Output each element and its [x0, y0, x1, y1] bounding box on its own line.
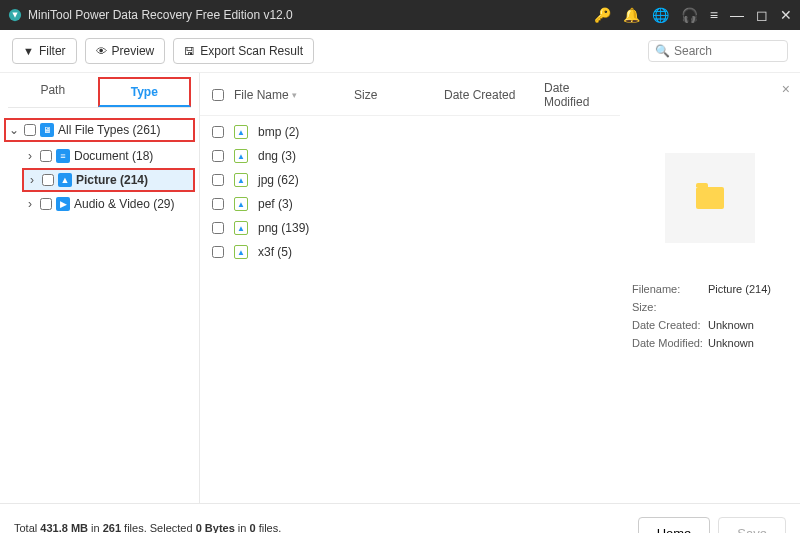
file-name: bmp (2) — [258, 125, 299, 139]
tree: ⌄ 🖥 All File Types (261) › ≡ Document (1… — [0, 108, 199, 503]
globe-icon[interactable]: 🌐 — [652, 8, 669, 22]
menu-icon[interactable]: ≡ — [710, 8, 718, 22]
close-details-icon[interactable]: × — [782, 81, 790, 97]
maximize-icon[interactable]: ◻ — [756, 8, 768, 22]
list-item[interactable]: ▲png (139) — [212, 216, 608, 240]
detail-filename-value: Picture (214) — [708, 283, 771, 295]
monitor-icon: 🖥 — [40, 123, 54, 137]
sort-icon: ▾ — [292, 90, 297, 100]
row-checkbox[interactable] — [212, 126, 224, 138]
minimize-icon[interactable]: — — [730, 8, 744, 22]
tree-item-label: Picture (214) — [76, 173, 148, 187]
col-datecreated[interactable]: Date Created — [444, 88, 544, 102]
tree-item-document[interactable]: › ≡ Document (18) — [22, 146, 195, 166]
col-size[interactable]: Size — [354, 88, 444, 102]
col-datemodified[interactable]: Date Modified — [544, 81, 608, 109]
save-button[interactable]: Save — [718, 517, 786, 533]
folder-icon: ▲ — [234, 245, 248, 259]
detail-datem-label: Date Modified: — [632, 337, 708, 349]
tab-path[interactable]: Path — [8, 77, 98, 107]
bell-icon[interactable]: 🔔 — [623, 8, 640, 22]
chevron-right-icon[interactable]: › — [26, 173, 38, 187]
document-icon: ≡ — [56, 149, 70, 163]
select-all-checkbox[interactable] — [212, 89, 224, 101]
col-filename[interactable]: File Name▾ — [234, 88, 354, 102]
chevron-right-icon[interactable]: › — [24, 149, 36, 163]
tree-checkbox[interactable] — [40, 150, 52, 162]
folder-icon: ▲ — [234, 125, 248, 139]
footer: Total 431.8 MB in 261 files. Selected 0 … — [0, 503, 800, 533]
list-item[interactable]: ▲bmp (2) — [212, 120, 608, 144]
key-icon[interactable]: 🔑 — [594, 8, 611, 22]
filter-button[interactable]: ▼Filter — [12, 38, 77, 64]
home-button[interactable]: Home — [638, 517, 711, 533]
footer-info: Total 431.8 MB in 261 files. Selected 0 … — [14, 522, 310, 534]
export-icon: 🖫 — [184, 45, 195, 57]
detail-datem-value: Unknown — [708, 337, 754, 349]
list-item[interactable]: ▲x3f (5) — [212, 240, 608, 264]
chevron-down-icon[interactable]: ⌄ — [8, 123, 20, 137]
list-item[interactable]: ▲dng (3) — [212, 144, 608, 168]
eye-icon: 👁 — [96, 45, 107, 57]
folder-icon: ▲ — [234, 149, 248, 163]
detail-datec-value: Unknown — [708, 319, 754, 331]
file-header: File Name▾ Size Date Created Date Modifi… — [200, 73, 620, 116]
file-name: x3f (5) — [258, 245, 292, 259]
window-title: MiniTool Power Data Recovery Free Editio… — [28, 8, 594, 22]
row-checkbox[interactable] — [212, 246, 224, 258]
tree-item-label: Document (18) — [74, 149, 153, 163]
picture-icon: ▲ — [58, 173, 72, 187]
list-item[interactable]: ▲pef (3) — [212, 192, 608, 216]
titlebar: MiniTool Power Data Recovery Free Editio… — [0, 0, 800, 30]
row-checkbox[interactable] — [212, 198, 224, 210]
preview-button[interactable]: 👁Preview — [85, 38, 166, 64]
headset-icon[interactable]: 🎧 — [681, 8, 698, 22]
tree-item-label: Audio & Video (29) — [74, 197, 175, 211]
app-logo — [8, 8, 22, 22]
search-input[interactable] — [674, 44, 781, 58]
search-icon: 🔍 — [655, 44, 670, 58]
tree-root-label: All File Types (261) — [58, 123, 161, 137]
tree-root[interactable]: ⌄ 🖥 All File Types (261) — [6, 120, 193, 140]
sidebar: Path Type ⌄ 🖥 All File Types (261) › ≡ D… — [0, 73, 200, 503]
file-name: dng (3) — [258, 149, 296, 163]
file-pane: File Name▾ Size Date Created Date Modifi… — [200, 73, 620, 503]
window-controls: 🔑 🔔 🌐 🎧 ≡ — ◻ ✕ — [594, 8, 792, 22]
filter-icon: ▼ — [23, 45, 34, 57]
tree-item-picture[interactable]: › ▲ Picture (214) — [24, 170, 193, 190]
row-checkbox[interactable] — [212, 150, 224, 162]
details-pane: × Filename:Picture (214) Size: Date Crea… — [620, 73, 800, 503]
preview-label: Preview — [112, 44, 155, 58]
toolbar: ▼Filter 👁Preview 🖫Export Scan Result 🔍 — [0, 30, 800, 73]
filter-label: Filter — [39, 44, 66, 58]
export-label: Export Scan Result — [200, 44, 303, 58]
row-checkbox[interactable] — [212, 174, 224, 186]
detail-size-label: Size: — [632, 301, 708, 313]
folder-icon: ▲ — [234, 197, 248, 211]
video-icon: ▶ — [56, 197, 70, 211]
export-button[interactable]: 🖫Export Scan Result — [173, 38, 314, 64]
folder-icon: ▲ — [234, 173, 248, 187]
tab-type[interactable]: Type — [98, 77, 192, 107]
detail-filename-label: Filename: — [632, 283, 708, 295]
preview-thumbnail — [665, 153, 755, 243]
tree-root-checkbox[interactable] — [24, 124, 36, 136]
chevron-right-icon[interactable]: › — [24, 197, 36, 211]
row-checkbox[interactable] — [212, 222, 224, 234]
folder-icon — [696, 187, 724, 209]
folder-icon: ▲ — [234, 221, 248, 235]
sidebar-tabs: Path Type — [8, 77, 191, 108]
tree-checkbox[interactable] — [42, 174, 54, 186]
search-box[interactable]: 🔍 — [648, 40, 788, 62]
file-name: png (139) — [258, 221, 309, 235]
file-list: ▲bmp (2) ▲dng (3) ▲jpg (62) ▲pef (3) ▲pn… — [200, 116, 620, 268]
file-name: jpg (62) — [258, 173, 299, 187]
file-name: pef (3) — [258, 197, 293, 211]
tree-checkbox[interactable] — [40, 198, 52, 210]
tree-item-audiovideo[interactable]: › ▶ Audio & Video (29) — [22, 194, 195, 214]
detail-datec-label: Date Created: — [632, 319, 708, 331]
list-item[interactable]: ▲jpg (62) — [212, 168, 608, 192]
close-icon[interactable]: ✕ — [780, 8, 792, 22]
